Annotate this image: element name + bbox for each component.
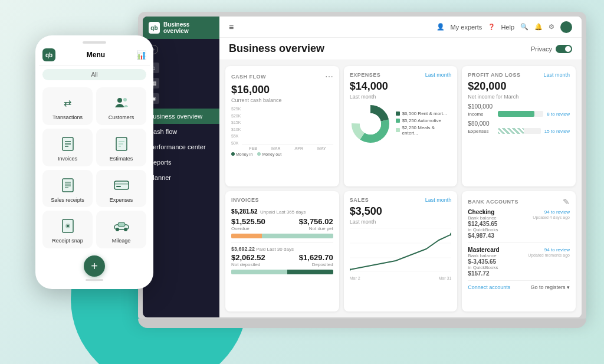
svg-rect-15: [114, 181, 129, 189]
phone-mockup: qb Menu 📊 All ⇄ Transactions: [35, 35, 153, 289]
pnl-title: PROFIT AND LOSS: [468, 72, 520, 78]
privacy-toggle[interactable]: Privacy: [531, 45, 572, 53]
sales-title: SALES: [350, 197, 369, 203]
pnl-amount: $20,000: [468, 80, 570, 93]
sidebar: qb Business overview + ⌂ ▦ ◉ Bu: [143, 17, 219, 317]
phone-grid-transactions[interactable]: ⇄ Transactions: [42, 87, 93, 125]
invoices-notdue-label: Not due yet: [299, 226, 333, 231]
pnl-net-label: Net income for March: [468, 94, 570, 100]
dashboard: CASH FLOW ⋯ $16,000 Current cash balance…: [219, 60, 582, 317]
invoices-notdue-amount: $3,756.02: [299, 217, 333, 226]
checking-review[interactable]: 94 to review: [544, 209, 570, 215]
connect-accounts-link[interactable]: Connect accounts: [468, 284, 510, 290]
invoices-not-deposited-amount: $2,062.52: [231, 253, 265, 262]
phone-fab-button[interactable]: +: [84, 255, 105, 277]
search-icon[interactable]: 🔍: [520, 23, 528, 31]
cash-flow-bar-chart: [242, 107, 333, 145]
profit-loss-card: PROFIT AND LOSS Last month $20,000 Net i…: [462, 66, 576, 186]
phone-search-bar: All: [42, 69, 146, 80]
sidebar-logo-title: Business overview: [163, 21, 214, 34]
phone-grid-receipt-snap[interactable]: Receipt snap: [42, 211, 93, 248]
phone-bottom-handle: [86, 279, 103, 281]
phone-grid-sales-receipts[interactable]: Sales receipts: [42, 170, 93, 208]
phone-notch: [83, 41, 106, 44]
pnl-income-fill: [498, 111, 534, 117]
expenses-amount: $14,000: [350, 80, 452, 93]
bank-actions: Connect accounts Go to registers ▾: [468, 284, 570, 290]
checking-qb-label: in QuickBooks: [468, 227, 498, 232]
invoices-not-deposited-label: Not deposited: [231, 262, 265, 267]
sales-x-end: Mar 31: [439, 276, 452, 280]
sidebar-item-planner[interactable]: Planner: [143, 170, 219, 185]
phone-grid-expenses[interactable]: Expenses: [96, 170, 146, 208]
pnl-income-review[interactable]: 8 to review: [547, 112, 570, 117]
checking-bank-balance: $12,435.65: [468, 221, 498, 227]
bank-checking-section: Checking 94 to review Bank balance $12,4…: [468, 209, 570, 243]
invoices-overdue-amount: $1,525.50: [231, 217, 265, 226]
transactions-label: Transactions: [52, 114, 83, 120]
mastercard-bank-balance-label: Bank balance: [468, 253, 498, 258]
my-experts-icon: 👤: [436, 23, 445, 31]
bank-mastercard-section: Mastercard 94 to review Bank balance $-3…: [468, 247, 570, 281]
invoices-unpaid-label: Unpaid Last 365 days: [260, 209, 306, 215]
sidebar-item-business-overview[interactable]: Business overview: [143, 109, 219, 124]
customers-label: Customers: [109, 114, 134, 120]
pnl-filter[interactable]: Last month: [543, 72, 570, 78]
expenses-icon: [112, 176, 131, 195]
svg-point-1: [123, 98, 127, 101]
invoices-overdue-label: Overdue: [231, 226, 265, 231]
gear-icon[interactable]: ⚙: [549, 23, 554, 31]
pnl-expenses-review[interactable]: 15 to review: [544, 129, 570, 134]
top-bar-left: ≡: [229, 22, 234, 32]
sidebar-item-performance-center[interactable]: Performance center: [143, 139, 219, 155]
svg-point-23: [124, 228, 127, 231]
invoices-paid-bar-deposited: [287, 270, 333, 274]
phone-grid-invoices[interactable]: Invoices: [42, 129, 93, 166]
sidebar-item-cash-flow[interactable]: Cash flow: [143, 124, 219, 139]
bell-icon[interactable]: 🔔: [534, 23, 543, 31]
sidebar-item-reports[interactable]: Reports: [143, 155, 219, 170]
invoices-bar-notdue: [262, 234, 333, 238]
expenses-card: EXPENSES Last month $14,000 Last month: [344, 66, 458, 186]
customers-icon: [112, 93, 131, 112]
invoices-card-title: INVOICES: [231, 197, 259, 203]
invoices-divider: [231, 242, 333, 242]
sidebar-icon-group: ⌂ ▦ ◉: [143, 58, 219, 109]
mastercard-updated: Updated moments ago: [528, 253, 570, 277]
bank-accounts-edit-icon[interactable]: ✎: [563, 197, 570, 206]
estimates-label: Estimates: [110, 156, 133, 162]
go-registers-link[interactable]: Go to registers ▾: [530, 284, 570, 290]
invoices-paid-bar: [231, 270, 333, 274]
transactions-icon: ⇄: [58, 93, 77, 112]
cash-flow-menu-icon[interactable]: ⋯: [325, 72, 333, 81]
expenses-content: $6,500 Rent & mort... $5,250 Automotive …: [350, 103, 452, 145]
phone-grid-mileage[interactable]: Mileage: [96, 211, 146, 248]
user-avatar[interactable]: [560, 21, 572, 33]
sidebar-add-button[interactable]: +: [143, 41, 219, 58]
mastercard-qb-label: in QuickBooks: [468, 265, 498, 270]
sales-filter[interactable]: Last month: [425, 197, 452, 203]
mileage-label: Mileage: [112, 238, 131, 244]
help-icon: ❓: [488, 24, 495, 30]
phone-grid-estimates[interactable]: Estimates: [96, 129, 146, 166]
logo-icon: qb: [149, 22, 160, 34]
help-label[interactable]: Help: [501, 24, 514, 31]
my-experts-label[interactable]: My experts: [451, 24, 482, 31]
mileage-icon: [112, 217, 131, 235]
mastercard-review[interactable]: 94 to review: [544, 247, 570, 252]
phone-header: qb Menu 📊: [39, 48, 150, 65]
page-header: Business overview Privacy: [219, 38, 582, 60]
bank-accounts-card: BANK ACCOUNTS ✎ Checking 94 to review: [462, 191, 576, 311]
invoices-icon: [58, 135, 77, 153]
invoices-deposited-amount: $1,629.70: [299, 253, 333, 262]
svg-point-22: [116, 228, 119, 231]
expenses-filter[interactable]: Last month: [425, 72, 452, 78]
hamburger-menu-icon[interactable]: ≡: [229, 22, 234, 32]
pnl-income-track: [498, 111, 543, 117]
phone-grid-customers[interactable]: Customers: [96, 87, 146, 125]
svg-point-33: [350, 268, 351, 271]
top-bar-right: 👤 My experts ❓ Help 🔍 🔔 ⚙: [436, 21, 572, 33]
invoices-paid-bar-not-deposited: [231, 270, 287, 274]
svg-point-20: [67, 225, 69, 227]
svg-point-0: [117, 98, 122, 103]
